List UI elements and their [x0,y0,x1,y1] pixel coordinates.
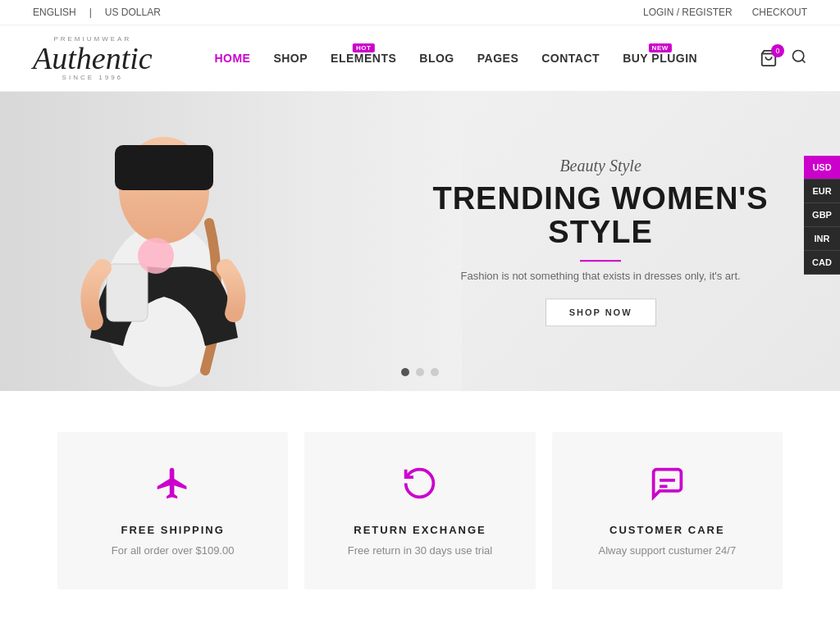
currency-sidebar: USDEURGBPINRCAD [804,156,840,275]
hero-divider [580,260,621,261]
nav-item-home[interactable]: HOME [214,52,250,65]
shop-now-button[interactable]: SHOP NOW [546,298,656,326]
cart-icon-wrap[interactable]: 0 [760,49,778,67]
main-nav: HOMESHOPHOTELEMENTSBLOGPAGESCONTACTNEWBU… [214,52,697,65]
feature-card-shipping: FREE SHIPPINGFor all order over $109.00 [57,432,288,589]
login-register-link[interactable]: LOGIN / REGISTER [643,7,733,18]
features-section: FREE SHIPPINGFor all order over $109.00R… [0,391,840,623]
hero-content: Beauty Style TRENDING WOMEN'S STYLE Fash… [428,157,773,327]
feature-card-care: CUSTOMER CAREAlway support custumer 24/7 [552,432,783,589]
nav-item-buy-plugin[interactable]: NEWBUY PLUGIN [623,52,697,65]
return-icon [401,465,438,509]
nav-right-icons: 0 [760,48,807,68]
nav-badge-buy-plugin: NEW [649,43,672,52]
svg-rect-7 [115,145,213,190]
svg-rect-8 [107,264,148,321]
currency-btn-eur[interactable]: EUR [804,180,840,203]
carousel-dot-1[interactable] [401,368,409,376]
hero-description: Fashion is not something that exists in … [428,270,773,282]
logo[interactable]: PREMIUMWEAR Authentic SINCE 1996 [33,35,153,81]
carousel-dot-3[interactable] [431,368,439,376]
carousel-dots [401,368,439,376]
currency-btn-usd[interactable]: USD [804,156,840,180]
feature-title-exchange: RETURN EXCHANGE [354,524,486,536]
svg-point-9 [138,238,174,274]
feature-desc-care: Alway support custumer 24/7 [599,544,737,557]
top-bar: ENGLISH | US DOLLAR LOGIN / REGISTER CHE… [0,0,840,25]
nav-item-pages[interactable]: PAGES [477,52,518,65]
checkout-link[interactable]: CHECKOUT [752,7,807,18]
nav-item-elements[interactable]: HOTELEMENTS [331,52,396,65]
feature-card-exchange: RETURN EXCHANGEFree return in 30 days us… [304,432,535,589]
nav-item-contact[interactable]: CONTACT [541,52,600,65]
hero-title: TRENDING WOMEN'S STYLE [428,182,773,251]
logo-since: SINCE 1996 [62,74,123,81]
hero-subtitle: Beauty Style [428,157,773,175]
chat-icon [649,465,686,509]
plane-icon [154,465,191,509]
feature-desc-shipping: For all order over $109.00 [112,544,235,557]
hero-section: Beauty Style TRENDING WOMEN'S STYLE Fash… [0,92,840,391]
search-icon[interactable] [791,48,807,68]
logo-name: Authentic [33,43,153,74]
feature-desc-exchange: Free return in 30 days use trial [348,544,492,557]
carousel-dot-2[interactable] [416,368,424,376]
currency-btn-gbp[interactable]: GBP [804,203,840,227]
currency-selector[interactable]: US DOLLAR [105,7,161,18]
cart-badge: 0 [771,44,784,57]
top-bar-right: LOGIN / REGISTER CHECKOUT [643,7,807,18]
nav-badge-elements: HOT [353,43,374,52]
hero-image [0,92,462,391]
header: PREMIUMWEAR Authentic SINCE 1996 HOMESHO… [0,25,840,92]
feature-title-shipping: FREE SHIPPING [121,524,224,536]
svg-point-1 [792,51,803,61]
nav-item-shop[interactable]: SHOP [273,52,308,65]
currency-btn-cad[interactable]: CAD [804,251,840,275]
currency-btn-inr[interactable]: INR [804,227,840,251]
feature-title-care: CUSTOMER CARE [609,524,725,536]
language-selector[interactable]: ENGLISH [33,7,76,18]
svg-line-2 [802,60,806,63]
top-bar-left: ENGLISH | US DOLLAR [33,7,161,18]
nav-item-blog[interactable]: BLOG [419,52,454,65]
divider: | [89,7,92,18]
